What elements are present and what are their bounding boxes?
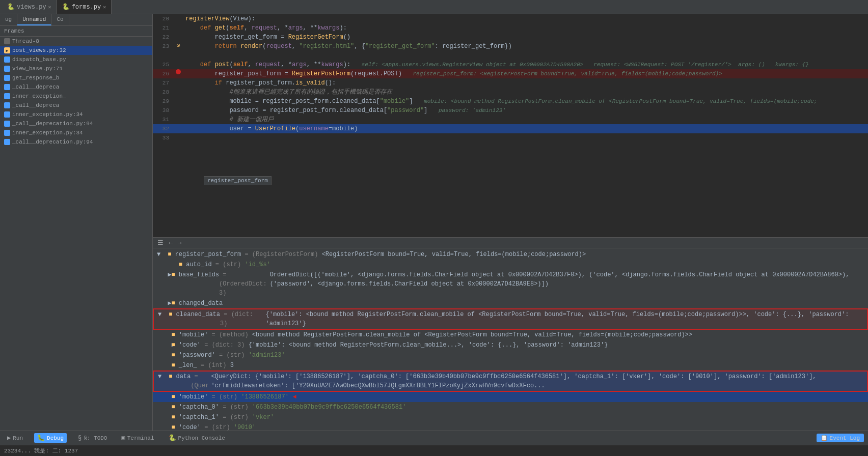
frame-icon (4, 111, 10, 118)
frames-section: Thread-8 ▶ post_views.py:32 dispatch_bas… (0, 37, 152, 431)
run-label: Run (13, 435, 23, 441)
todo-label: §: TODO (84, 435, 107, 441)
debug-nav: ☰ ← → (153, 238, 868, 248)
frame-icon (4, 75, 10, 81)
frame-label: view_base.py:71 (12, 66, 63, 72)
frame-inner-exc3[interactable]: inner_exception.py:34 (0, 128, 152, 137)
code-line-27: 27 if register_post_form.is_valid(): (153, 78, 868, 88)
frame-label: _call__deprecation.py:94 (12, 139, 93, 145)
frame-label: get_response_b (12, 75, 59, 81)
code-line-28: 28 #能進來這裡已經完成了所有的驗證，包括手機號碼是否存在 (153, 88, 868, 97)
debug-marker: ⊙ (176, 42, 180, 49)
frame-label: dispatch_base.py (12, 56, 66, 63)
frame-icon (4, 38, 10, 44)
var-row-len[interactable]: ■ _len_ = (int) 3 (153, 360, 868, 370)
code-line-20: 20 registerView(View): (153, 14, 868, 23)
editor-area: 20 registerView(View): 21 def get(self, … (153, 14, 868, 431)
debug-back-btn[interactable]: ☰ (156, 239, 165, 247)
frame-icon (4, 84, 10, 90)
code-line-21: 21 def get(self, request, *args, **kwarg… (153, 23, 868, 33)
debug-next-btn[interactable]: → (176, 239, 183, 247)
code-line-22: 22 register_get_form = RegisterGetForm() (153, 33, 868, 42)
frame-icon (4, 130, 10, 136)
debug-tooltip: register_post_form (204, 176, 272, 185)
var-row-password[interactable]: ■ 'password' = (str) 'admin123' (153, 350, 868, 360)
var-row-captcha1[interactable]: ■ 'captcha_1' = (str) 'vker' (153, 412, 868, 422)
status-debug[interactable]: 🐛 Debug (34, 433, 67, 443)
code-line-25: 25 def post(self, request, *args, **kwar… (153, 60, 868, 69)
lp-tab-unnamed[interactable]: Unnamed (17, 14, 51, 25)
frame-thread-8[interactable]: Thread-8 (0, 37, 152, 46)
console-text: 23234... 我是: 二: 1237 (4, 447, 78, 454)
frame-label: post_views.py:32 (12, 47, 66, 53)
tab-label: forms.py (72, 4, 101, 11)
frame-icon (4, 139, 10, 145)
code-line-32: 32 user = UserProfile(username=mobile) (153, 124, 868, 133)
status-todo[interactable]: § §: TODO (75, 434, 110, 443)
tab-bar: 🐍 views.py ✕ 🐍 forms.py ✕ (0, 0, 868, 14)
python-icon: 🐍 (62, 3, 70, 11)
code-view[interactable]: 20 registerView(View): 21 def get(self, … (153, 14, 868, 237)
status-terminal[interactable]: ▣ Terminal (118, 433, 157, 443)
frame-icon: ▶ (4, 47, 10, 53)
tab-forms-py[interactable]: 🐍 forms.py ✕ (57, 0, 112, 14)
frame-label: inner_exception.py:34 (12, 111, 83, 118)
toggle-icon[interactable]: ▼ (157, 250, 164, 259)
frame-label: inner_exception_ (12, 93, 66, 99)
var-row-mobile-val[interactable]: ■ 'mobile' = (str) '13886526187' ◄ (153, 392, 868, 402)
frame-dispatch[interactable]: dispatch_base.py (0, 55, 152, 64)
var-row-captcha0[interactable]: ■ 'captcha_0' = (str) '663b3e39b40bb07be… (153, 402, 868, 412)
terminal-label: Terminal (127, 435, 154, 441)
lp-tab-debug[interactable]: ug (0, 14, 17, 25)
red-arrow-icon: ◄ (293, 392, 296, 402)
tooltip-text: register_post_form (207, 178, 268, 184)
code-line-26: 26 register_post_form = RegisterPostForm… (153, 69, 868, 78)
status-python-console[interactable]: 🐍 Python Console (166, 433, 228, 443)
lp-tab-co[interactable]: Co (51, 14, 69, 25)
frame-post-views[interactable]: ▶ post_views.py:32 (0, 46, 152, 55)
python-icon: 🐍 (169, 434, 176, 442)
var-row-data[interactable]: ▼ ■ data = (Quer <QueryDict: {'mobile': … (153, 370, 868, 392)
frame-label: _call__depreca (12, 84, 59, 90)
tab-views-py[interactable]: 🐍 views.py ✕ (2, 0, 57, 14)
main-area: ug Unnamed Co Frames Thread-8 ▶ post_vie… (0, 14, 868, 431)
var-row-base-fields[interactable]: ▶ ■ base_fields = (OrderedDict: 3) Order… (153, 270, 868, 298)
var-row-code-val[interactable]: ■ 'code' = (str) '9010' (153, 422, 868, 431)
terminal-icon: ▣ (121, 434, 125, 442)
var-row-register-post-form[interactable]: ▼ ■ register_post_form = (RegisterPostFo… (153, 249, 868, 260)
breakpoint-marker (176, 69, 181, 74)
close-icon[interactable]: ✕ (103, 4, 106, 10)
frame-inner-exc2[interactable]: inner_exception.py:34 (0, 110, 152, 119)
debug-icon: 🐛 (37, 434, 45, 442)
frame-call-dep4[interactable]: _call__deprecation.py:94 (0, 137, 152, 147)
var-row-auto-id[interactable]: ■ auto_id = (str) 'id_%s' (153, 260, 868, 270)
code-line-30: 38 password = register_post_form.cleaned… (153, 106, 868, 115)
var-row-code[interactable]: ▶ ■ 'code' = (dict: 3) {'mobile': <bound… (153, 340, 868, 350)
var-row-cleaned-data[interactable]: ▼ ■ cleaned_data = (dict: 3) {'mobile': … (153, 308, 868, 330)
frame-call-depreca2[interactable]: _call__depreca (0, 101, 152, 110)
left-panel-tabs: ug Unnamed Co (0, 14, 152, 26)
python-console-label: Python Console (178, 435, 225, 441)
tab-label: views.py (17, 4, 46, 11)
frame-view-base[interactable]: view_base.py:71 (0, 64, 152, 73)
frame-icon (4, 56, 10, 63)
event-log-button[interactable]: 📋 Event Log (817, 434, 864, 442)
var-row-changed-data[interactable]: ▶ ■ changed_data (153, 298, 868, 308)
status-run[interactable]: ▶ Run (4, 433, 26, 443)
var-tree: ▼ ■ register_post_form = (RegisterPostFo… (153, 248, 868, 431)
frame-inner-exc[interactable]: inner_exception_ (0, 92, 152, 101)
frame-call-dep3[interactable]: _call__deprecation.py:94 (0, 119, 152, 128)
left-panel: ug Unnamed Co Frames Thread-8 ▶ post_vie… (0, 14, 153, 431)
status-bar: ▶ Run 🐛 Debug § §: TODO ▣ Terminal 🐍 Pyt… (0, 431, 868, 445)
todo-icon: § (78, 435, 82, 442)
var-row-mobile[interactable]: ■ 'mobile' = (method) <bound method Regi… (153, 330, 868, 340)
event-log-label: Event Log (830, 435, 860, 441)
frame-get-response[interactable]: get_response_b (0, 73, 152, 82)
close-icon[interactable]: ✕ (48, 4, 51, 10)
code-line-31: 31 # 新建一個用戶 (153, 115, 868, 124)
debug-prev-btn[interactable]: ← (167, 239, 174, 247)
frame-call-depreca[interactable]: _call__depreca (0, 82, 152, 92)
frame-label: inner_exception.py:34 (12, 130, 83, 136)
frames-header: Frames (0, 26, 152, 37)
frame-label: _call__deprecation.py:94 (12, 121, 93, 127)
